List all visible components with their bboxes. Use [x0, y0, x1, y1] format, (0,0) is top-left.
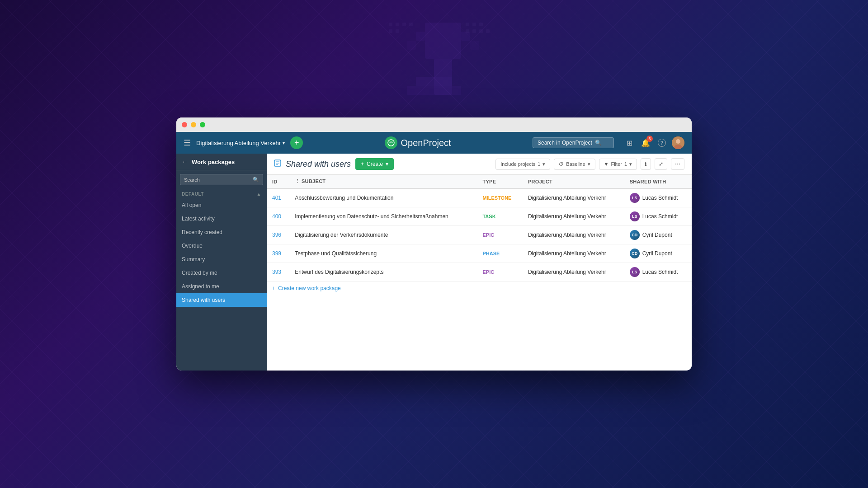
sidebar-item-assigned-to-me[interactable]: Assigned to me	[176, 280, 267, 293]
id-link[interactable]: 396	[272, 232, 281, 238]
fullscreen-icon: ⤢	[659, 161, 663, 167]
cell-type: PHASE	[477, 244, 522, 263]
cell-type: EPIC	[477, 263, 522, 282]
sidebar-item-created-by-me[interactable]: Created by me	[176, 266, 267, 280]
cell-subject: Testphase und Qualitätssicherung	[289, 244, 477, 263]
create-new-work-package[interactable]: + Create new work package	[267, 282, 692, 295]
close-button[interactable]	[182, 122, 187, 127]
notification-button[interactable]: 🔔 3	[639, 136, 652, 149]
table-row[interactable]: 393 Entwurf des Digitalisierungskonzepts…	[267, 263, 692, 282]
sidebar-item-shared-with-users[interactable]: Shared with users	[176, 293, 267, 307]
svg-rect-16	[479, 23, 483, 26]
create-plus-icon: +	[361, 161, 364, 167]
cell-type: EPIC	[477, 226, 522, 244]
filter-chevron: ▾	[629, 161, 632, 167]
user-name: Cyril Dupont	[642, 250, 672, 257]
filter-count: 1	[624, 161, 627, 167]
type-badge: EPIC	[482, 232, 494, 238]
svg-rect-6	[416, 77, 452, 86]
create-button[interactable]: + Create ▾	[355, 158, 394, 170]
chevron-down-icon: ▾	[283, 141, 285, 145]
id-link[interactable]: 400	[272, 213, 281, 220]
table-row[interactable]: 400 Implementierung von Datenschutz- und…	[267, 207, 692, 226]
include-projects-button[interactable]: Include projects 1 ▾	[495, 159, 550, 170]
user-avatar-small: LS	[630, 193, 640, 203]
hamburger-icon[interactable]: ☰	[184, 138, 191, 148]
svg-rect-18	[472, 29, 476, 33]
sidebar-title: Work packages	[192, 159, 235, 165]
search-icon: 🔍	[595, 140, 602, 146]
app-logo: OpenProject	[308, 136, 527, 149]
table-row[interactable]: 396 Digitalisierung der Verkehrsdokument…	[267, 226, 692, 244]
cell-subject: Implementierung von Datenschutz- und Sic…	[289, 207, 477, 226]
cell-id: 401	[267, 188, 289, 207]
sidebar-search[interactable]: Search 🔍	[180, 174, 263, 185]
baseline-button[interactable]: ⏱ Baseline ▾	[554, 159, 595, 170]
table-row[interactable]: 399 Testphase und Qualitätssicherung PHA…	[267, 244, 692, 263]
id-link[interactable]: 399	[272, 250, 281, 257]
grid-icon: ⊞	[627, 139, 632, 147]
baseline-chevron: ▾	[588, 161, 590, 167]
table-header-row: ID ⋮ SUBJECT TYPE PROJECT SHARED WITH	[267, 175, 692, 188]
help-icon: ?	[658, 139, 666, 147]
notification-badge: 3	[646, 136, 653, 142]
sidebar-section-toggle[interactable]: ▲	[257, 192, 261, 197]
svg-rect-20	[486, 29, 490, 33]
type-badge: PHASE	[482, 251, 500, 256]
grid-icon-button[interactable]: ⊞	[623, 136, 636, 149]
search-placeholder-text: Search in OpenProject	[538, 140, 592, 146]
project-selector[interactable]: Digitalisierung Abteilung Verkehr ▾	[196, 140, 285, 146]
add-button[interactable]: +	[290, 136, 303, 149]
info-icon: ℹ	[645, 161, 647, 167]
work-packages-table: ID ⋮ SUBJECT TYPE PROJECT SHARED WITH 40…	[267, 175, 692, 282]
fullscreen-button[interactable]: ⤢	[655, 158, 667, 170]
cell-subject: Entwurf des Digitalisierungskonzepts	[289, 263, 477, 282]
shared-user: LS Lucas Schmidt	[630, 267, 686, 277]
sidebar-item-latest-activity[interactable]: Latest activity	[176, 212, 267, 225]
id-link[interactable]: 401	[272, 195, 281, 201]
help-button[interactable]: ?	[656, 136, 668, 149]
create-new-label: Create new work package	[278, 285, 341, 291]
main-content: Shared with users + Create ▾ Include pro…	[267, 154, 692, 371]
svg-rect-19	[479, 29, 483, 33]
more-options-button[interactable]: ⋯	[671, 158, 684, 170]
logo-text: OpenProject	[401, 138, 451, 148]
cell-project: Digitalisierung Abteilung Verkehr	[523, 188, 624, 207]
svg-rect-10	[402, 23, 406, 26]
sidebar-item-recently-created[interactable]: Recently created	[176, 225, 267, 239]
page-icon	[274, 160, 281, 169]
svg-rect-15	[472, 23, 476, 26]
user-avatar-small: LS	[630, 267, 640, 277]
maximize-button[interactable]	[200, 122, 205, 127]
table-row[interactable]: 401 Abschlussbewertung und Dokumentation…	[267, 188, 692, 207]
svg-rect-3	[407, 41, 416, 50]
app-header: ☰ Digitalisierung Abteilung Verkehr ▾ + …	[176, 132, 692, 154]
svg-rect-8	[389, 23, 392, 26]
type-badge: MILESTONE	[482, 195, 511, 201]
cell-shared-with: LS Lucas Schmidt	[624, 207, 692, 226]
col-project: PROJECT	[523, 175, 624, 188]
project-name: Digitalisierung Abteilung Verkehr	[196, 140, 281, 146]
filter-button[interactable]: ▼ Filter 1 ▾	[599, 159, 637, 170]
type-badge: TASK	[482, 214, 495, 219]
header-search[interactable]: Search in OpenProject 🔍	[533, 137, 614, 148]
shared-user: CD Cyril Dupont	[630, 249, 686, 258]
app-body: ← Work packages Search 🔍 DEFAULT ▲ All o…	[176, 154, 692, 371]
svg-rect-11	[409, 23, 413, 26]
sidebar-item-summary[interactable]: Summary	[176, 253, 267, 266]
create-new-icon: +	[272, 285, 275, 291]
cell-shared-with: CD Cyril Dupont	[624, 226, 692, 244]
shared-user: CD Cyril Dupont	[630, 230, 686, 240]
header-toolbar: Include projects 1 ▾ ⏱ Baseline ▾ ▼ Filt…	[495, 158, 684, 170]
sidebar-section-label: DEFAULT ▲	[176, 189, 267, 198]
svg-rect-0	[425, 23, 461, 59]
back-arrow-icon[interactable]: ←	[182, 158, 188, 165]
sidebar-item-overdue[interactable]: Overdue	[176, 239, 267, 253]
info-button[interactable]: ℹ	[641, 158, 651, 170]
id-link[interactable]: 393	[272, 269, 281, 275]
sidebar-item-all-open[interactable]: All open	[176, 198, 267, 212]
minimize-button[interactable]	[191, 122, 196, 127]
browser-window: ☰ Digitalisierung Abteilung Verkehr ▾ + …	[176, 117, 692, 371]
user-avatar-small: CD	[630, 249, 640, 258]
user-avatar[interactable]	[672, 136, 684, 149]
